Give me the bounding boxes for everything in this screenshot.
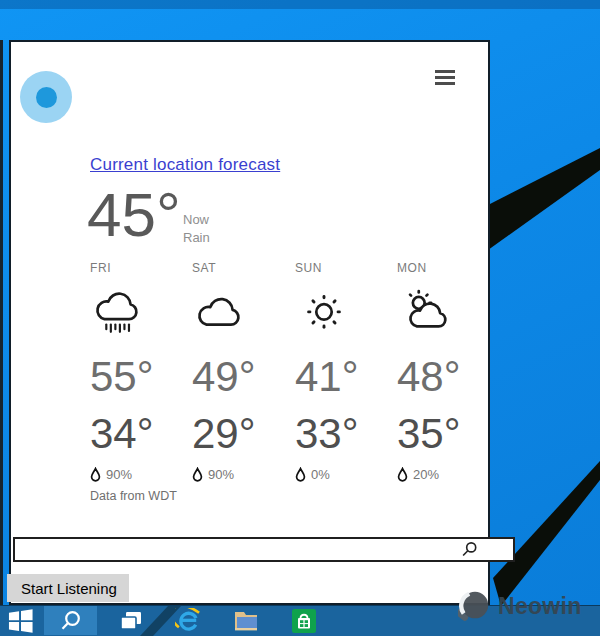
precipitation: 90%: [90, 466, 188, 482]
windows-logo-icon: [8, 608, 34, 634]
rain-cloud-icon: [90, 283, 188, 341]
data-attribution: Data from WDT: [90, 489, 177, 503]
cloud-icon: [192, 283, 290, 341]
current-temperature: 45°: [87, 184, 181, 246]
high-temp: 41°: [295, 355, 393, 399]
day-label: SUN: [295, 261, 393, 275]
sun-icon: [295, 283, 393, 341]
file-explorer-button[interactable]: [228, 606, 264, 635]
neowin-logo-icon: [458, 589, 492, 623]
current-location-forecast-link[interactable]: Current location forecast: [90, 155, 280, 175]
start-button[interactable]: [2, 606, 40, 635]
current-conditions: Now Rain: [183, 211, 210, 247]
high-temp: 48°: [397, 355, 495, 399]
store-button[interactable]: [286, 606, 322, 635]
high-temp: 49°: [192, 355, 290, 399]
day-label: SAT: [192, 261, 290, 275]
low-temp: 29°: [192, 412, 290, 456]
droplet-icon: [192, 467, 203, 482]
start-listening-button[interactable]: Start Listening: [7, 574, 129, 602]
day-label: FRI: [90, 261, 188, 275]
store-icon: [292, 609, 316, 633]
precipitation: 0%: [295, 466, 393, 482]
precip-value: 0%: [311, 467, 330, 482]
low-temp: 34°: [90, 412, 188, 456]
neowin-watermark: Neowin: [458, 589, 582, 623]
droplet-icon: [397, 467, 408, 482]
neowin-label: Neowin: [498, 593, 582, 620]
desktop: Current location forecast 45° Now Rain F…: [0, 0, 600, 636]
cortana-orb-core: [36, 87, 57, 108]
droplet-icon: [90, 467, 101, 482]
file-explorer-icon: [233, 608, 259, 633]
menu-icon[interactable]: [435, 70, 455, 88]
precipitation: 90%: [192, 466, 290, 482]
precip-value: 20%: [413, 467, 439, 482]
screen-left-edge: [0, 40, 3, 606]
cortana-panel: Current location forecast 45° Now Rain F…: [9, 40, 490, 605]
forecast-column: FRI 55° 34°: [90, 261, 188, 482]
partly-cloudy-icon: [397, 283, 495, 341]
forecast-column: MON 48° 35° 20%: [397, 261, 495, 482]
droplet-icon: [295, 467, 306, 482]
taskbar-search-button[interactable]: [44, 606, 97, 635]
taskbar-search-icon: [59, 609, 83, 633]
forecast-column: SAT 49° 29° 90%: [192, 261, 290, 482]
current-conditions-desc: Rain: [183, 229, 210, 247]
search-input[interactable]: [13, 537, 515, 562]
current-conditions-time: Now: [183, 211, 210, 229]
high-temp: 55°: [90, 355, 188, 399]
internet-explorer-icon: [175, 608, 202, 634]
low-temp: 35°: [397, 412, 495, 456]
day-label: MON: [397, 261, 495, 275]
forecast-column: SUN 41° 33°: [295, 261, 393, 482]
precipitation: 20%: [397, 466, 495, 482]
task-view-icon: [118, 609, 143, 633]
task-view-button[interactable]: [112, 606, 148, 635]
search-icon[interactable]: [461, 541, 478, 558]
precip-value: 90%: [106, 467, 132, 482]
cortana-orb-icon[interactable]: [20, 71, 72, 123]
precip-value: 90%: [208, 467, 234, 482]
internet-explorer-button[interactable]: [170, 606, 206, 635]
low-temp: 33°: [295, 412, 393, 456]
wallpaper-top-shade: [0, 0, 600, 9]
